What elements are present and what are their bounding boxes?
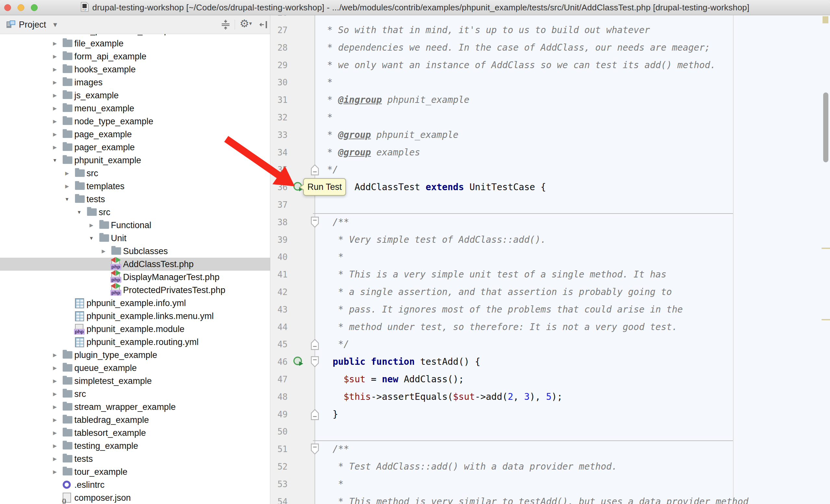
tree-item-label: menu_example [74, 102, 134, 115]
tree-item-phpunit_example.info.yml[interactable]: phpunit_example.info.yml [0, 297, 270, 310]
folder-icon [63, 390, 72, 398]
tree-item-Functional[interactable]: Functional [0, 219, 270, 232]
chevron-right-icon[interactable] [51, 362, 59, 374]
tree-item-tablesort_example[interactable]: tablesort_example [0, 427, 270, 439]
chevron-right-icon[interactable] [87, 219, 96, 232]
tree-item-simpletest_example[interactable]: simpletest_example [0, 374, 270, 388]
chevron-down-icon[interactable] [51, 154, 59, 167]
tree-item-tour_example[interactable]: tour_example [0, 465, 270, 478]
fold-up-icon[interactable] [311, 409, 319, 420]
tree-item-src[interactable]: src [0, 388, 270, 401]
fold-down-icon[interactable] [311, 216, 319, 228]
chevron-right-icon[interactable] [51, 439, 59, 452]
chevron-right-icon[interactable] [51, 348, 59, 362]
chevron-right-icon[interactable] [51, 76, 59, 89]
chevron-right-icon[interactable] [99, 245, 108, 258]
chevron-right-icon[interactable] [51, 374, 59, 388]
tree-item-composer.json[interactable]: composer.json [0, 491, 270, 504]
tree-item-phpunit_example.routing.yml[interactable]: phpunit_example.routing.yml [0, 336, 270, 348]
tree-item-Unit[interactable]: Unit [0, 232, 270, 245]
tree-item-node_type_example[interactable]: node_type_example [0, 115, 270, 128]
tree-item-images[interactable]: images [0, 76, 270, 89]
fold-up-icon[interactable] [311, 338, 319, 350]
chevron-right-icon[interactable] [51, 37, 59, 50]
project-panel-title[interactable]: Project [19, 15, 46, 34]
chevron-right-icon[interactable] [63, 180, 71, 193]
tree-item-src[interactable]: src [0, 206, 270, 219]
project-panel: field_permission_examplefile_exampleform… [0, 15, 270, 504]
tree-item-testing_example[interactable]: testing_example [0, 439, 270, 452]
zoom-window-button[interactable] [31, 4, 38, 11]
chevron-down-icon[interactable]: ▼ [52, 15, 58, 34]
tree-item-src[interactable]: src [0, 167, 270, 180]
code-token: * [322, 147, 338, 158]
minimize-window-button[interactable] [18, 4, 24, 11]
settings-gear-button[interactable]: ⚙▾ [240, 18, 252, 29]
code-editor[interactable]: 2627 * So with that in mind, it's up to … [271, 15, 830, 504]
chevron-right-icon[interactable] [51, 102, 59, 115]
chevron-right-icon[interactable] [51, 401, 59, 413]
chevron-right-icon[interactable] [51, 465, 59, 478]
tree-item-stream_wrapper_example[interactable]: stream_wrapper_example [0, 401, 270, 413]
tree-item-.eslintrc[interactable]: .eslintrc [0, 478, 270, 491]
error-stripe-mark[interactable] [822, 247, 830, 249]
chevron-right-icon[interactable] [51, 141, 59, 154]
fold-down-icon[interactable] [311, 443, 319, 455]
close-window-button[interactable] [4, 4, 11, 11]
code-token: testAdd() { [415, 356, 480, 367]
tree-item-menu_example[interactable]: menu_example [0, 102, 270, 115]
tree-item-templates[interactable]: templates [0, 180, 270, 193]
test-arrows-icon [116, 257, 121, 263]
folder-icon [63, 442, 72, 449]
chevron-right-icon[interactable] [51, 427, 59, 439]
tree-item-label: phpunit_example.module [87, 323, 185, 336]
tree-item-plugin_type_example[interactable]: plugin_type_example [0, 348, 270, 362]
code-line: 44 * method under test, so therefore: It… [271, 318, 830, 336]
tree-item-DisplayManagerTest.php[interactable]: phpDisplayManagerTest.php [0, 271, 270, 283]
error-stripe-mark[interactable] [822, 319, 830, 320]
chevron-right-icon[interactable] [51, 89, 59, 102]
chevron-right-icon[interactable] [63, 167, 71, 180]
tree-item-phpunit_example.links.menu.yml[interactable]: phpunit_example.links.menu.yml [0, 310, 270, 323]
tree-item-page_example[interactable]: page_example [0, 128, 270, 141]
vertical-scrollbar[interactable] [823, 93, 828, 162]
hide-panel-button[interactable] [258, 19, 269, 32]
chevron-right-icon[interactable] [51, 115, 59, 128]
tree-item-form_api_example[interactable]: form_api_example [0, 50, 270, 63]
fold-up-icon[interactable] [311, 164, 319, 175]
chevron-down-icon[interactable] [63, 193, 71, 206]
tree-item-Subclasses[interactable]: Subclasses [0, 245, 270, 258]
tree-item-label: tests [74, 452, 93, 465]
chevron-right-icon[interactable] [51, 128, 59, 141]
tree-item-ProtectedPrivatesTest.php[interactable]: phpProtectedPrivatesTest.php [0, 283, 270, 297]
tree-item-phpunit_example[interactable]: phpunit_example [0, 154, 270, 167]
code-line: 45 */ [271, 336, 830, 353]
php-icon: php [75, 324, 84, 333]
line-number: 50 [271, 423, 288, 440]
chevron-right-icon[interactable] [51, 388, 59, 401]
tree-item-hooks_example[interactable]: hooks_example [0, 63, 270, 76]
tree-item-label: file_example [74, 37, 124, 50]
code-text: * dependencies we need. In the case of A… [322, 39, 710, 57]
tree-item-file_example[interactable]: file_example [0, 37, 270, 50]
collapse-all-button[interactable] [220, 19, 231, 32]
chevron-right-icon[interactable] [51, 63, 59, 76]
error-stripe-mark[interactable] [823, 16, 828, 23]
tree-item-queue_example[interactable]: queue_example [0, 362, 270, 374]
tree-item-label: hooks_example [74, 63, 136, 76]
tree-item-AddClassTest.php[interactable]: phpAddClassTest.php [0, 258, 270, 271]
tree-item-phpunit_example.module[interactable]: phpphpunit_example.module [0, 323, 270, 336]
chevron-down-icon[interactable] [75, 206, 84, 219]
chevron-down-icon[interactable] [87, 232, 96, 245]
tree-item-tests[interactable]: tests [0, 193, 270, 206]
tree-item-pager_example[interactable]: pager_example [0, 141, 270, 154]
tree-item-tests[interactable]: tests [0, 452, 270, 465]
run-test-icon[interactable] [293, 356, 305, 368]
chevron-right-icon[interactable] [51, 413, 59, 427]
tree-item-js_example[interactable]: js_example [0, 89, 270, 102]
tree-item-tabledrag_example[interactable]: tabledrag_example [0, 413, 270, 427]
chevron-right-icon[interactable] [51, 50, 59, 63]
code-line: 31 * @ingroup phpunit_example [271, 91, 830, 109]
chevron-right-icon[interactable] [51, 452, 59, 465]
fold-down-icon[interactable] [311, 356, 319, 368]
